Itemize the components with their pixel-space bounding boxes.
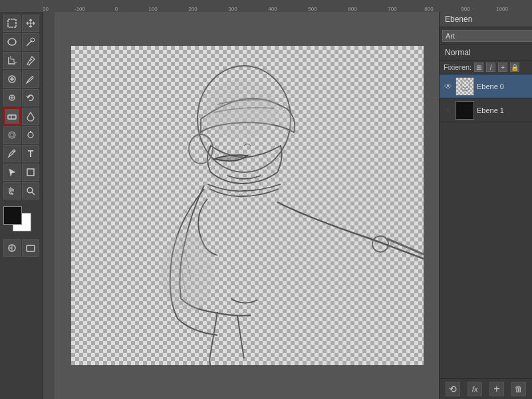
svg-rect-7 — [8, 115, 16, 119]
dodge-tool[interactable] — [22, 126, 39, 144]
svg-point-1 — [8, 39, 16, 45]
tool-row-10 — [3, 182, 39, 200]
layer-1-thumbnail — [456, 101, 474, 120]
hand-tool[interactable] — [3, 182, 21, 200]
pen-tool[interactable] — [3, 145, 21, 162]
fix-paint-icon[interactable]: / — [486, 63, 495, 72]
layers-panel: Ebenen ▼ ☰ Normal Fixieren: ⊞ / + 🔒 👁 — [439, 12, 532, 399]
fix-move-icon[interactable]: + — [498, 63, 507, 72]
crop-tool[interactable] — [3, 52, 21, 69]
svg-point-11 — [28, 132, 33, 138]
layer-item-0[interactable]: 👁 Ebene 0 — [440, 74, 532, 98]
foreground-color-swatch[interactable] — [3, 206, 22, 225]
tool-row-1 — [3, 15, 39, 32]
tool-row-8: T — [3, 145, 39, 162]
svg-point-10 — [10, 133, 14, 137]
blend-mode-row: Normal — [440, 45, 532, 61]
svg-rect-14 — [27, 169, 34, 176]
sketch-canvas[interactable] — [71, 46, 424, 365]
tool-row-9 — [3, 164, 39, 181]
tool-row-6 — [3, 108, 39, 125]
svg-point-25 — [461, 80, 470, 90]
lasso-tool[interactable] — [3, 33, 21, 51]
marquee-rect-tool[interactable] — [3, 15, 21, 32]
brush-tool[interactable] — [22, 70, 39, 88]
healing-tool[interactable] — [3, 70, 21, 88]
tool-row-4 — [3, 70, 39, 88]
color-swatches — [3, 206, 39, 235]
panel-title: Ebenen — [440, 12, 532, 27]
link-layers-button[interactable]: ⟲ — [446, 382, 460, 396]
svg-line-16 — [32, 192, 35, 195]
move-tool[interactable] — [22, 15, 39, 32]
eyedropper-tool[interactable] — [22, 52, 39, 69]
svg-line-22 — [387, 239, 424, 285]
fixieren-row: Fixieren: ⊞ / + 🔒 — [440, 61, 532, 74]
tool-row-7 — [3, 126, 39, 144]
tool-row-2 — [3, 33, 39, 51]
panel-search-row: ▼ ☰ — [440, 27, 532, 45]
canvas-wrap — [55, 12, 439, 399]
clone-tool[interactable] — [3, 89, 21, 106]
svg-point-23 — [204, 79, 277, 139]
ruler-horizontal: -200-10001002003004005006007008009001000 — [43, 0, 532, 12]
svg-rect-0 — [8, 19, 16, 27]
fx-button[interactable]: fx — [467, 382, 482, 396]
type-tool[interactable]: T — [22, 145, 39, 162]
main-area: T — [0, 12, 532, 399]
panel-bottom-bar: ⟲ fx + 🗑 — [440, 378, 532, 399]
ruler-corner — [0, 0, 43, 12]
tool-row-extras — [3, 239, 39, 257]
delete-layer-button[interactable]: 🗑 — [511, 382, 526, 396]
tool-row-3 — [3, 52, 39, 69]
path-select-tool[interactable] — [3, 164, 21, 181]
history-tool[interactable] — [22, 89, 39, 106]
svg-point-24 — [161, 232, 214, 312]
magic-wand-tool[interactable] — [22, 33, 39, 51]
svg-point-3 — [31, 38, 35, 42]
layer-list: 👁 Ebene 0 👁 Ebene 1 — [440, 74, 532, 378]
layer-search-input[interactable] — [442, 30, 532, 42]
eraser-tool[interactable] — [3, 108, 21, 125]
bucket-tool[interactable] — [22, 108, 39, 125]
ruler-vertical — [43, 12, 55, 399]
fixieren-label: Fixieren: — [444, 63, 471, 71]
panel-title-text: Ebenen — [445, 15, 472, 24]
svg-point-15 — [27, 188, 33, 193]
ruler-h-marks: -200-10001002003004005006007008009001000 — [43, 0, 532, 12]
layer-0-visibility[interactable]: 👁 — [444, 82, 453, 91]
svg-rect-18 — [27, 245, 35, 251]
fix-pixels-icon[interactable]: ⊞ — [474, 63, 483, 72]
blur-tool[interactable] — [3, 126, 21, 144]
zoom-tool[interactable] — [22, 182, 39, 200]
layer-1-visibility[interactable]: 👁 — [444, 106, 453, 115]
layer-1-name: Ebene 1 — [477, 106, 528, 114]
quick-mask-tool[interactable] — [3, 239, 21, 257]
blend-mode-label: Normal — [445, 48, 471, 57]
fix-all-icon[interactable]: 🔒 — [510, 63, 519, 72]
ruler-vertical-wrap — [43, 12, 55, 399]
tool-row-5 — [3, 89, 39, 106]
screen-mode-tool[interactable] — [22, 239, 39, 257]
layer-item-1[interactable]: 👁 Ebene 1 — [440, 98, 532, 122]
layer-0-thumbnail — [456, 77, 474, 96]
new-layer-button[interactable]: + — [489, 382, 504, 396]
shape-tool[interactable] — [22, 164, 39, 181]
svg-point-13 — [13, 151, 15, 152]
ruler-top: -200-10001002003004005006007008009001000 — [0, 0, 532, 12]
toolbar: T — [0, 12, 43, 399]
layer-0-name: Ebene 0 — [477, 82, 528, 90]
canvas-area — [71, 46, 424, 365]
